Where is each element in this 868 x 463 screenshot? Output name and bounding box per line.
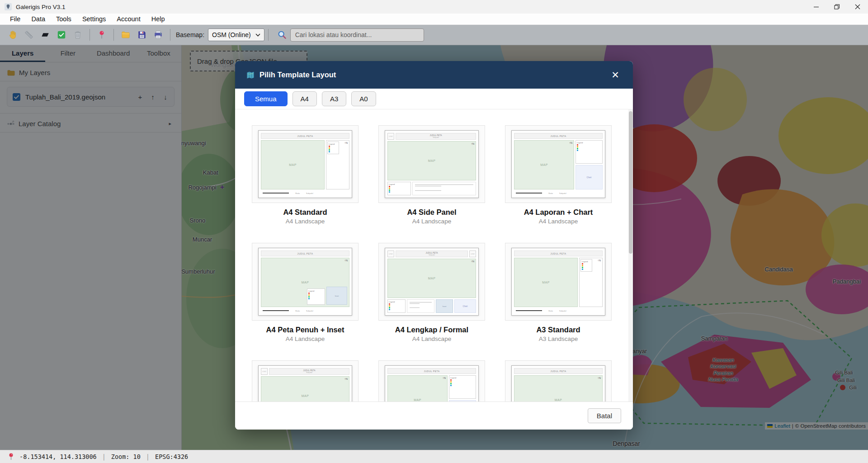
template-thumbnail[interactable]: JUDUL PETA↑NMAPLegendChartSkalaSubjudul	[378, 360, 485, 402]
app-window: Galerigis Pro V3.1 FileDataToolsSettings…	[0, 0, 868, 463]
filter-button-semua[interactable]: Semua	[244, 91, 288, 106]
template-size: A4 Landscape	[252, 335, 359, 342]
template-size: A4 Landscape	[378, 218, 485, 225]
filter-button-a3[interactable]: A3	[322, 91, 346, 106]
print-icon[interactable]	[151, 28, 165, 42]
pan-hand-icon[interactable]	[6, 28, 19, 42]
template-name: A4 Peta Penuh + Inset	[252, 326, 359, 334]
template-layout-modal: Pilih Template Layout ✕ SemuaA4A3A0 JUDU…	[235, 61, 633, 430]
scrollbar-thumb[interactable]	[629, 111, 632, 254]
template-card-partial[interactable]: JUDUL PETA↑NMAPLegendInsetSkalaSubjudul	[505, 360, 612, 402]
basemap-select[interactable]: OSM (Online)	[208, 28, 264, 41]
scrollbar-track[interactable]	[628, 109, 633, 402]
template-card-a4-peta-penuh-inset[interactable]: JUDUL PETA↑NMAPLegendInsetSkalaSubjudulA…	[252, 243, 359, 342]
basemap-value: OSM (Online)	[212, 31, 251, 38]
minimize-button[interactable]	[806, 0, 826, 14]
statusbar: -8.153414, 114.313006 | Zoom: 10 | EPSG:…	[0, 450, 868, 463]
statusbar-zoom: Zoom: 10	[111, 453, 141, 460]
statusbar-epsg: EPSG:4326	[155, 453, 188, 460]
chevron-down-icon	[255, 33, 260, 37]
template-name: A4 Laporan + Chart	[505, 208, 612, 217]
menu-item-account[interactable]: Account	[111, 14, 146, 24]
menu-item-data[interactable]: Data	[26, 14, 51, 24]
menu-item-help[interactable]: Help	[146, 14, 170, 24]
measure-ruler-icon[interactable]	[22, 28, 36, 42]
template-name: A4 Standard	[252, 208, 359, 217]
draw-polygon-icon[interactable]	[38, 28, 52, 42]
filter-button-a0[interactable]: A0	[351, 91, 376, 106]
close-button[interactable]	[847, 0, 868, 14]
app-icon	[5, 3, 12, 10]
basemap-label: Basemap:	[176, 31, 204, 38]
modal-header: Pilih Template Layout ✕	[235, 61, 633, 89]
template-thumbnail[interactable]: JUDUL PETAMAP↑NLegendSkalaSubjudul	[505, 243, 612, 321]
template-name: A4 Lengkap / Formal	[378, 326, 485, 334]
template-card-a4-side-panel[interactable]: LOGOJUDUL PETASubjudul↑NMAPLegendA4 Side…	[378, 125, 485, 225]
template-thumbnail[interactable]: LOGOJUDUL PETASubjudulLOGO↑NMAPLegendIns…	[378, 243, 485, 321]
search-input[interactable]	[290, 28, 424, 42]
template-thumbnail[interactable]: JUDUL PETA↑NMAPLegendInsetSkalaSubjudul	[252, 243, 359, 321]
template-card-a3-standard[interactable]: JUDUL PETAMAP↑NLegendSkalaSubjudulA3 Sta…	[505, 243, 612, 342]
template-name: A4 Side Panel	[378, 208, 485, 217]
cancel-button[interactable]: Batal	[588, 408, 621, 423]
template-card-a4-laporan-chart[interactable]: JUDUL PETA↑NMAPLegendChartSkalaSubjudulA…	[505, 125, 612, 225]
template-thumbnail[interactable]: LOGOJUDUL PETASubjudul↑NMAPLegend	[252, 360, 359, 402]
modal-title: Pilih Template Layout	[259, 71, 336, 79]
template-size: A4 Landscape	[252, 218, 359, 225]
template-thumbnail[interactable]: JUDUL PETAMAP↑NLegendSkalaSubjudul	[252, 125, 359, 203]
menu-item-file[interactable]: File	[5, 14, 26, 24]
template-size: A4 Landscape	[505, 218, 612, 225]
size-filter-row: SemuaA4A3A0	[235, 89, 633, 109]
template-thumbnail[interactable]: LOGOJUDUL PETASubjudul↑NMAPLegend	[378, 125, 485, 203]
menubar: FileDataToolsSettingsAccountHelp	[0, 14, 868, 25]
add-marker-icon[interactable]	[95, 28, 108, 42]
template-thumbnail[interactable]: JUDUL PETA↑NMAPLegendInsetSkalaSubjudul	[505, 360, 612, 402]
delete-trash-icon[interactable]	[71, 28, 85, 42]
template-thumbnail[interactable]: JUDUL PETA↑NMAPLegendChartSkalaSubjudul	[505, 125, 612, 203]
statusbar-coordinates: -8.153414, 114.313006	[19, 453, 97, 460]
search-icon	[277, 29, 288, 40]
template-name: A3 Standard	[505, 326, 612, 334]
filter-button-a4[interactable]: A4	[292, 91, 317, 106]
map-template-icon	[246, 71, 255, 80]
select-check-icon[interactable]	[55, 28, 68, 42]
coordinates-pin-icon	[8, 453, 14, 460]
template-card-partial[interactable]: JUDUL PETA↑NMAPLegendChartSkalaSubjudul	[378, 360, 485, 402]
maximize-button[interactable]	[826, 0, 847, 14]
template-card-a4-lengkap-formal[interactable]: LOGOJUDUL PETASubjudulLOGO↑NMAPLegendIns…	[378, 243, 485, 342]
template-grid: JUDUL PETAMAP↑NLegendSkalaSubjudulA4 Sta…	[235, 109, 633, 402]
template-card-partial[interactable]: LOGOJUDUL PETASubjudul↑NMAPLegend	[252, 360, 359, 402]
template-size: A4 Landscape	[378, 335, 485, 342]
toolbar: Basemap: OSM (Online)	[0, 25, 868, 45]
save-icon[interactable]	[135, 28, 149, 42]
open-folder-icon[interactable]	[119, 28, 132, 42]
menu-item-tools[interactable]: Tools	[51, 14, 77, 24]
menu-item-settings[interactable]: Settings	[77, 14, 111, 24]
titlebar: Galerigis Pro V3.1	[0, 0, 868, 14]
window-title: Galerigis Pro V3.1	[16, 4, 66, 10]
modal-close-icon[interactable]: ✕	[609, 68, 622, 82]
modal-footer: Batal	[235, 402, 633, 430]
template-size: A3 Landscape	[505, 335, 612, 342]
template-card-a4-standard[interactable]: JUDUL PETAMAP↑NLegendSkalaSubjudulA4 Sta…	[252, 125, 359, 225]
